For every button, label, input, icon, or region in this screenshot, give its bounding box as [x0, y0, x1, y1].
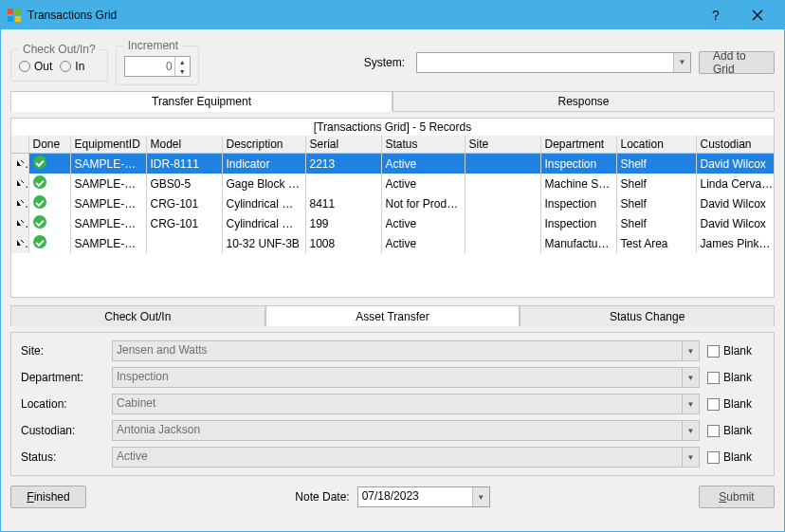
add-to-grid-button[interactable]: Add to Grid: [699, 51, 775, 74]
submit-label: Submit: [719, 490, 754, 504]
blank-label: Blank: [723, 344, 752, 358]
table-row[interactable]: SAMPLE-005CRG-101Cylindrical Ri...199Act…: [11, 213, 775, 233]
custodian-combo[interactable]: Antonia Jackson ▼: [112, 420, 700, 441]
spin-up-icon[interactable]: ▲: [175, 57, 190, 66]
svg-line-5: [21, 180, 24, 183]
grid-table: Done EquipmentID Model Description Seria…: [11, 136, 775, 253]
row-header[interactable]: [11, 154, 28, 174]
table-row[interactable]: SAMPLE-004CRG-101Cylindrical Ri...8411No…: [11, 193, 775, 213]
cell-status: Not for Produ...: [381, 193, 465, 213]
check-out-in-group: Check Out/In? Out In: [10, 43, 108, 82]
cell-description: Cylindrical Ri...: [222, 213, 305, 233]
location-combo[interactable]: Cabinet ▼: [112, 394, 700, 414]
tab-label: Response: [557, 95, 609, 108]
status-value: Active: [117, 449, 148, 463]
row-custodian: Custodian: Antonia Jackson ▼ Blank: [21, 420, 764, 441]
cell-custodian: David Wilcox: [696, 193, 775, 213]
chevron-down-icon[interactable]: ▼: [682, 394, 699, 413]
sub-tab-check-out-in[interactable]: Check Out/In: [10, 305, 265, 326]
table-row[interactable]: SAMPLE-002IDR-8111Indicator2213ActiveIns…: [11, 154, 775, 174]
col-done[interactable]: Done: [28, 136, 70, 154]
sub-tab-label: Asset Transfer: [356, 310, 429, 323]
done-cell: [28, 193, 70, 213]
col-department[interactable]: Department: [540, 136, 616, 154]
status-blank[interactable]: Blank: [707, 450, 764, 464]
custodian-value: Antonia Jackson: [117, 423, 200, 436]
custodian-blank[interactable]: Blank: [707, 424, 764, 437]
cell-custodian: David Wilcox: [696, 213, 775, 233]
row-header[interactable]: [11, 213, 28, 233]
col-custodian[interactable]: Custodian: [696, 136, 775, 154]
submit-button[interactable]: Submit: [699, 486, 775, 508]
chevron-down-icon[interactable]: ▼: [673, 53, 690, 72]
cell-status: Active: [381, 154, 465, 174]
cell-serial: 8411: [305, 193, 381, 213]
checkbox-icon: [707, 398, 720, 411]
table-row[interactable]: SAMPLE-00610-32 UNF-3B1008ActiveManufact…: [11, 233, 775, 253]
chevron-down-icon[interactable]: ▼: [682, 448, 699, 467]
cell-department: Machine Shop: [540, 174, 616, 193]
sub-tab-label: Status Change: [610, 310, 685, 323]
radio-icon: [60, 61, 71, 72]
system-label: System:: [364, 56, 409, 69]
svg-line-7: [21, 220, 24, 223]
increment-group: Increment 0 ▲ ▼: [116, 39, 199, 85]
checkbox-icon: [707, 425, 720, 437]
grid-caption: [Transactions Grid] - 5 Records: [11, 119, 774, 136]
cell-description: 10-32 UNF-3B: [222, 233, 305, 253]
cell-equipment-id: SAMPLE-004: [70, 193, 146, 213]
col-site[interactable]: Site: [465, 136, 540, 154]
sub-tabstrip: Check Out/In Asset Transfer Status Chang…: [10, 305, 775, 326]
sub-tab-status-change[interactable]: Status Change: [520, 305, 775, 326]
chevron-down-icon[interactable]: ▼: [682, 368, 699, 387]
status-combo[interactable]: Active ▼: [112, 447, 700, 468]
close-button[interactable]: [737, 1, 778, 29]
department-combo[interactable]: Inspection ▼: [112, 367, 700, 388]
svg-line-6: [21, 200, 24, 203]
row-header[interactable]: [11, 193, 28, 213]
table-row[interactable]: SAMPLE-003GBS0-5Gage Block S...ActiveMac…: [11, 174, 775, 193]
chevron-down-icon[interactable]: ▼: [682, 341, 699, 360]
sub-tab-asset-transfer[interactable]: Asset Transfer: [265, 305, 520, 326]
spinner[interactable]: ▲ ▼: [174, 57, 190, 76]
chevron-down-icon[interactable]: ▼: [472, 487, 489, 506]
row-header[interactable]: [11, 174, 28, 193]
col-serial[interactable]: Serial: [305, 136, 381, 154]
col-model[interactable]: Model: [146, 136, 222, 154]
cell-model: CRG-101: [146, 193, 222, 213]
col-status[interactable]: Status: [381, 136, 465, 154]
main-tabstrip: Transfer Equipment Response: [10, 91, 775, 112]
col-location[interactable]: Location: [616, 136, 696, 154]
radio-out[interactable]: Out: [19, 60, 52, 73]
custodian-label: Custodian:: [21, 424, 104, 437]
finished-button[interactable]: Finished: [10, 486, 86, 508]
spin-down-icon[interactable]: ▼: [175, 66, 190, 76]
chevron-down-icon[interactable]: ▼: [682, 421, 699, 440]
note-date-input[interactable]: 07/18/2023 ▼: [357, 486, 490, 507]
titlebar: Transactions Grid ?: [1, 1, 784, 29]
row-header[interactable]: [11, 233, 28, 253]
tab-response[interactable]: Response: [392, 91, 775, 112]
help-button[interactable]: ?: [695, 1, 737, 29]
cell-serial: 199: [305, 213, 381, 233]
location-blank[interactable]: Blank: [707, 397, 764, 411]
increment-legend: Increment: [124, 39, 182, 52]
col-description[interactable]: Description: [222, 136, 305, 154]
system-combo[interactable]: ▼: [416, 52, 691, 73]
check-icon: [33, 175, 46, 189]
site-combo[interactable]: Jensen and Watts ▼: [112, 340, 700, 361]
row-site: Site: Jensen and Watts ▼ Blank: [21, 340, 764, 361]
cell-serial: [305, 174, 381, 193]
department-blank[interactable]: Blank: [707, 371, 764, 384]
location-value: Cabinet: [117, 396, 155, 410]
cell-custodian: James Pinker...: [696, 233, 775, 253]
cell-description: Gage Block S...: [222, 174, 305, 193]
svg-rect-1: [15, 9, 21, 14]
tab-transfer-equipment[interactable]: Transfer Equipment: [10, 91, 392, 112]
cell-equipment-id: SAMPLE-003: [70, 174, 146, 193]
site-blank[interactable]: Blank: [707, 344, 764, 358]
increment-input[interactable]: 0 ▲ ▼: [124, 56, 191, 77]
increment-value: 0: [166, 60, 173, 73]
col-equipment-id[interactable]: EquipmentID: [70, 136, 146, 154]
radio-in[interactable]: In: [60, 60, 84, 73]
